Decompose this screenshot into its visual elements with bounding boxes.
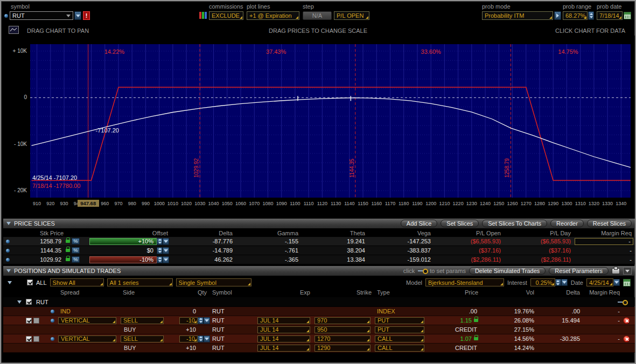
position-row-buy-leg[interactable]: BUY +10 RUT JUL 14 950 PUT CREDIT 27.15% — [3, 325, 635, 334]
print-icon[interactable] — [612, 268, 620, 274]
slice-price[interactable]: 1144.35 — [12, 246, 64, 255]
qty-stepper[interactable] — [198, 335, 204, 342]
strike-dropdown[interactable]: 1290 — [314, 345, 371, 352]
interest-dropdown-arrow[interactable] — [561, 279, 568, 286]
percent-mode-icon[interactable]: % — [72, 238, 80, 244]
spread-dropdown[interactable]: VERTICAL — [58, 335, 116, 342]
offset-stepper[interactable] — [157, 247, 163, 254]
delete-simulated-trades-button[interactable]: Delete Simulated Trades — [469, 267, 546, 275]
all-checkbox[interactable] — [27, 279, 33, 285]
price-lock-icon[interactable] — [474, 319, 478, 322]
row-color-box[interactable] — [33, 336, 39, 342]
offset-input[interactable]: $0 — [89, 247, 157, 254]
percent-mode-icon[interactable]: % — [72, 247, 80, 254]
row-checkbox[interactable] — [26, 318, 32, 324]
collapse-icon[interactable] — [17, 300, 22, 304]
margin-req-input[interactable]: - — [575, 238, 633, 245]
reset-parameters-button[interactable]: Reset Parameters — [549, 267, 609, 275]
slice-price[interactable]: 1029.92 — [12, 255, 64, 264]
spread-dropdown[interactable]: VERTICAL — [58, 317, 116, 324]
qty-input[interactable]: -10 — [179, 317, 198, 324]
prob-range-stepper[interactable] — [588, 11, 594, 20]
position-row-index[interactable]: IND 0 RUT INDEX .00 19.76% .00 - — [3, 307, 635, 316]
offset-input[interactable]: +10% — [89, 238, 157, 245]
x-axis[interactable]: 9109209309409509609709809901000101010201… — [3, 199, 635, 209]
qty-dropdown-arrow[interactable] — [204, 317, 210, 324]
date-input[interactable]: 4/25/14 — [586, 278, 613, 286]
qty-stepper[interactable] — [198, 317, 204, 324]
collapse-icon[interactable] — [8, 281, 12, 284]
prob-mode-arrow[interactable] — [554, 11, 561, 20]
row-checkbox[interactable] — [26, 336, 32, 342]
exp-dropdown[interactable]: JUL 14 — [257, 345, 310, 352]
side-dropdown[interactable]: SELL — [121, 317, 164, 324]
type-dropdown[interactable]: CALL — [375, 345, 424, 352]
group-checkbox[interactable] — [26, 299, 32, 305]
symbol-group-row[interactable]: RUT — [3, 297, 635, 306]
reset-slices-button[interactable]: Reset Slices — [587, 220, 632, 227]
price-slice-row[interactable]: 1258.79 % +10% -87.776 -.155 19.241 -147… — [3, 237, 635, 246]
commissions-dropdown[interactable]: EXCLUDE — [209, 11, 243, 20]
offset-stepper[interactable] — [157, 256, 163, 263]
prob-date-input[interactable]: 7/18/14 — [597, 11, 623, 20]
price-slice-row[interactable]: 1144.35 % $0 -14.789 -.761 38.204 -383.8… — [3, 246, 635, 255]
collapse-icon[interactable] — [6, 222, 11, 225]
offset-dropdown-arrow[interactable] — [163, 247, 169, 254]
params-icon[interactable] — [618, 299, 626, 305]
price-lock-icon[interactable] — [474, 337, 478, 340]
prob-range-input[interactable]: 68.27% — [563, 11, 588, 20]
exp-dropdown[interactable]: JUL 14 — [257, 335, 310, 342]
position-row-vertical-sell[interactable]: VERTICAL SELL -10 RUT JUL 14 970 PUT 1.1… — [3, 316, 635, 325]
calendar-icon[interactable] — [624, 12, 631, 19]
slice-price[interactable]: 1258.79 — [12, 237, 64, 246]
set-slices-to-charts-button[interactable]: Set Slices To Charts — [482, 220, 547, 227]
position-row-buy-leg[interactable]: BUY +10 RUT JUL 14 1290 CALL CREDIT 14.2… — [3, 344, 635, 353]
lock-icon[interactable] — [66, 240, 70, 243]
side-dropdown[interactable]: SELL — [121, 335, 164, 342]
symbol-dropdown-arrow[interactable] — [74, 11, 81, 20]
reorder-button[interactable]: Reorder — [550, 220, 584, 227]
type-dropdown[interactable]: CALL — [375, 335, 424, 342]
prob-mode-dropdown[interactable]: Probability ITM — [482, 11, 553, 20]
lock-icon[interactable] — [66, 258, 70, 261]
offset-stepper[interactable] — [157, 238, 163, 245]
calendar-icon[interactable] — [623, 279, 631, 286]
model-dropdown[interactable]: Bjerksund-Stensland — [425, 278, 504, 286]
delete-leg-icon[interactable] — [623, 317, 630, 324]
show-filter-dropdown[interactable]: Show All — [50, 278, 104, 286]
offset-dropdown-arrow[interactable] — [163, 256, 169, 263]
row-color-box[interactable] — [33, 318, 39, 324]
warning-icon[interactable]: ! — [83, 11, 90, 20]
strike-dropdown[interactable]: 970 — [314, 317, 371, 324]
collapse-icon[interactable] — [6, 269, 11, 272]
symbol-dropdown[interactable]: RUT — [10, 11, 73, 20]
set-params-icon[interactable] — [418, 268, 427, 274]
strike-dropdown[interactable]: 1270 — [314, 335, 371, 342]
exp-dropdown[interactable]: JUL 14 — [257, 317, 310, 324]
symbol-mode-dropdown[interactable]: Single Symbol — [176, 278, 251, 286]
interest-input[interactable]: 0.25% — [530, 278, 555, 286]
offset-input[interactable]: -10% — [89, 256, 157, 263]
type-dropdown[interactable]: PUT — [375, 317, 424, 324]
interest-stepper[interactable] — [555, 279, 561, 286]
type-dropdown[interactable]: PUT — [375, 326, 424, 333]
plot-lines-dropdown[interactable]: +1 @ Expiration — [247, 11, 299, 20]
set-slices-button[interactable]: Set Slices — [441, 220, 479, 227]
exp-dropdown[interactable]: JUL 14 — [257, 326, 310, 333]
add-slice-button[interactable]: Add Slice — [401, 220, 437, 227]
lock-icon[interactable] — [66, 249, 70, 252]
date-dropdown-arrow[interactable] — [613, 279, 620, 286]
risk-profile-chart[interactable]: 1029.921144.351258.7914.22%37.43%33.60%1… — [30, 44, 631, 198]
pl-mode-dropdown[interactable]: P/L OPEN — [334, 11, 369, 20]
qty-dropdown-arrow[interactable] — [204, 335, 210, 342]
strike-dropdown[interactable]: 950 — [314, 326, 371, 333]
series-filter-dropdown[interactable]: All 1 series — [107, 278, 173, 286]
offset-dropdown-arrow[interactable] — [163, 238, 169, 245]
delete-leg-icon[interactable] — [623, 335, 630, 342]
more-options-icon[interactable] — [623, 267, 632, 275]
step-disabled-button: N/A — [303, 11, 332, 20]
qty-input[interactable]: -10 — [179, 335, 198, 342]
price-slice-row[interactable]: 1029.92 % -10% 46.262 -.365 13.384 -159.… — [3, 255, 635, 264]
position-row-vertical-sell[interactable]: VERTICAL SELL -10 RUT JUL 14 1270 CALL 1… — [3, 334, 635, 344]
percent-mode-icon[interactable]: % — [72, 256, 80, 263]
